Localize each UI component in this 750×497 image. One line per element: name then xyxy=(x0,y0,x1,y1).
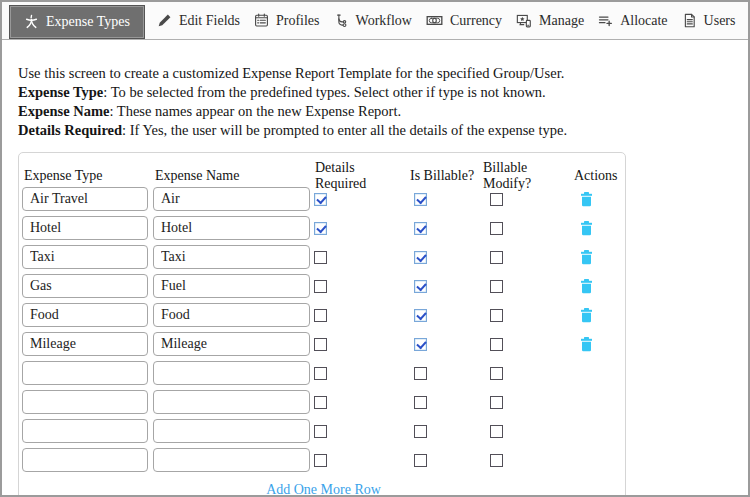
expense-name-input[interactable] xyxy=(153,448,310,472)
billable-modify-checkbox[interactable] xyxy=(490,338,503,351)
person-icon xyxy=(24,14,39,29)
tab-label: Allocate xyxy=(620,13,667,29)
intro-line-4: Details Required: If Yes, the user will … xyxy=(18,121,732,140)
details-required-checkbox[interactable] xyxy=(314,338,327,351)
add-one-more-row-link[interactable]: Add One More Row xyxy=(266,482,381,497)
details-required-checkbox[interactable] xyxy=(314,425,327,438)
is-billable-checkbox[interactable] xyxy=(414,454,427,467)
is-billable-checkbox[interactable] xyxy=(414,309,427,322)
table-row xyxy=(22,419,625,443)
tab-edit-fields[interactable]: Edit Fields xyxy=(150,2,247,39)
expense-name-input[interactable] xyxy=(153,245,310,269)
billable-modify-checkbox[interactable] xyxy=(490,367,503,380)
tab-label: Workflow xyxy=(356,13,412,29)
is-billable-checkbox[interactable] xyxy=(414,280,427,293)
billable-modify-checkbox[interactable] xyxy=(490,425,503,438)
delete-row-icon[interactable] xyxy=(579,220,594,236)
billable-modify-checkbox[interactable] xyxy=(490,193,503,206)
delete-row-icon[interactable] xyxy=(579,336,594,352)
header-is-billable: Is Billable? xyxy=(408,168,481,184)
tab-bar: Expense Types Edit Fields Profiles xyxy=(2,2,748,40)
header-billable-modify: Billable Modify? xyxy=(481,160,572,192)
delete-row-icon[interactable] xyxy=(579,249,594,265)
tab-label: Manage xyxy=(539,13,584,29)
tab-profiles[interactable]: Profiles xyxy=(247,2,327,39)
is-billable-checkbox[interactable] xyxy=(414,338,427,351)
tab-users[interactable]: Users xyxy=(675,2,743,39)
details-required-checkbox[interactable] xyxy=(314,454,327,467)
details-required-checkbox[interactable] xyxy=(314,396,327,409)
expense-type-input[interactable] xyxy=(22,303,148,327)
expense-name-input[interactable] xyxy=(153,361,310,385)
expense-template-page: Expense Types Edit Fields Profiles xyxy=(0,0,750,497)
tab-workflow[interactable]: Workflow xyxy=(327,2,419,39)
table-row xyxy=(22,274,625,298)
notepad-icon xyxy=(254,13,269,28)
expense-type-input[interactable] xyxy=(22,448,148,472)
details-required-checkbox[interactable] xyxy=(314,193,327,206)
tab-label: Currency xyxy=(450,13,502,29)
expense-type-input[interactable] xyxy=(22,390,148,414)
is-billable-checkbox[interactable] xyxy=(414,193,427,206)
details-required-checkbox[interactable] xyxy=(314,222,327,235)
billable-modify-checkbox[interactable] xyxy=(490,222,503,235)
header-details-required: Details Required xyxy=(313,160,408,192)
is-billable-checkbox[interactable] xyxy=(414,222,427,235)
expense-type-input[interactable] xyxy=(22,187,148,211)
expense-name-input[interactable] xyxy=(153,390,310,414)
is-billable-checkbox[interactable] xyxy=(414,367,427,380)
expense-name-input[interactable] xyxy=(153,332,310,356)
add-row-container: Add One More Row xyxy=(22,480,625,497)
details-required-checkbox[interactable] xyxy=(314,367,327,380)
expense-name-input[interactable] xyxy=(153,187,310,211)
is-billable-checkbox[interactable] xyxy=(414,425,427,438)
billable-modify-checkbox[interactable] xyxy=(490,309,503,322)
header-actions: Actions xyxy=(572,168,620,184)
billable-modify-checkbox[interactable] xyxy=(490,396,503,409)
devices-icon xyxy=(516,13,532,28)
header-expense-name: Expense Name xyxy=(153,168,313,184)
expense-type-input[interactable] xyxy=(22,245,148,269)
branch-icon xyxy=(334,13,349,28)
expense-type-input[interactable] xyxy=(22,274,148,298)
billable-modify-checkbox[interactable] xyxy=(490,454,503,467)
expense-type-input[interactable] xyxy=(22,419,148,443)
tab-manage[interactable]: Manage xyxy=(509,2,591,39)
expense-type-input[interactable] xyxy=(22,332,148,356)
content-area: Use this screen to create a customized E… xyxy=(2,40,748,497)
intro-line-3: Expense Name: These names appear on the … xyxy=(18,102,732,121)
intro-line-1: Use this screen to create a customized E… xyxy=(18,64,732,83)
expense-name-input[interactable] xyxy=(153,274,310,298)
tab-expense-types[interactable]: Expense Types xyxy=(9,5,145,39)
billable-modify-checkbox[interactable] xyxy=(490,251,503,264)
intro-line-2: Expense Type: To be selected from the pr… xyxy=(18,83,732,102)
expense-name-input[interactable] xyxy=(153,419,310,443)
expense-type-input[interactable] xyxy=(22,216,148,240)
table-row xyxy=(22,216,625,240)
banknote-icon xyxy=(426,13,443,28)
billable-modify-checkbox[interactable] xyxy=(490,280,503,293)
expense-name-input[interactable] xyxy=(153,216,310,240)
delete-row-icon[interactable] xyxy=(579,278,594,294)
details-required-checkbox[interactable] xyxy=(314,251,327,264)
intro-text: Use this screen to create a customized E… xyxy=(18,64,732,140)
details-required-checkbox[interactable] xyxy=(314,280,327,293)
table-row xyxy=(22,332,625,356)
tab-label: Users xyxy=(704,13,736,29)
is-billable-checkbox[interactable] xyxy=(414,251,427,264)
delete-row-icon[interactable] xyxy=(579,191,594,207)
tab-label: Profiles xyxy=(276,13,320,29)
tab-label: Expense Types xyxy=(46,14,130,30)
is-billable-checkbox[interactable] xyxy=(414,396,427,409)
expense-type-input[interactable] xyxy=(22,361,148,385)
table-row xyxy=(22,361,625,385)
table-header-row: Expense Type Expense Name Details Requir… xyxy=(22,160,625,182)
tab-currency[interactable]: Currency xyxy=(419,2,509,39)
expense-name-input[interactable] xyxy=(153,303,310,327)
tab-allocate[interactable]: Allocate xyxy=(591,2,674,39)
tab-label: Edit Fields xyxy=(179,13,240,29)
table-row xyxy=(22,448,625,472)
delete-row-icon[interactable] xyxy=(579,307,594,323)
header-expense-type: Expense Type xyxy=(22,168,153,184)
details-required-checkbox[interactable] xyxy=(314,309,327,322)
